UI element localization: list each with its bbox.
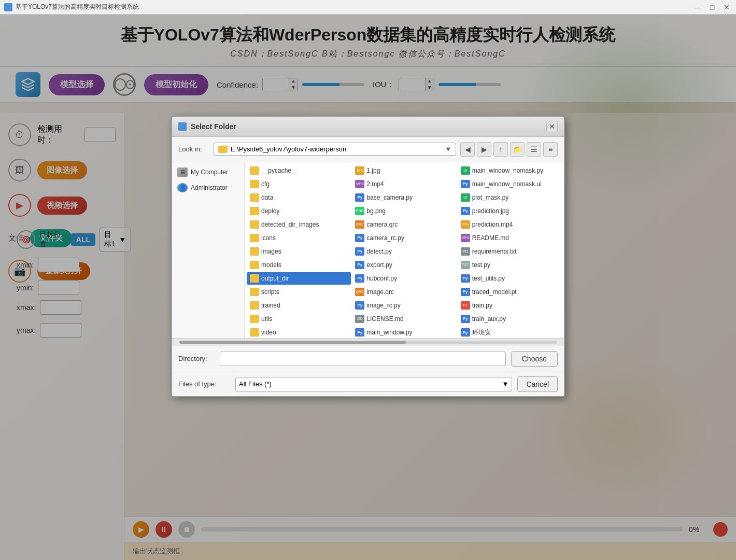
file-trainaux[interactable]: Py 环境安 [458, 326, 562, 338]
file-mainwindow-py[interactable]: Py main_window.py [352, 326, 456, 338]
jpg-1-icon: JPG [355, 166, 364, 175]
file-1jpg[interactable]: JPG 1.jpg [352, 164, 456, 177]
list-view-btn[interactable]: ☰ [527, 142, 541, 157]
folder-utils-icon [250, 315, 259, 323]
place-item-admin[interactable]: 👤 Administrator [172, 180, 244, 195]
scroll-track[interactable] [179, 341, 557, 344]
dir-input[interactable] [220, 352, 506, 366]
dialog-close-btn[interactable]: ✕ [546, 121, 558, 132]
ui-mainwindow-nomask-icon: UI [461, 193, 470, 202]
create-folder-btn[interactable]: 📁 [510, 142, 525, 157]
file-1jpg-name: 1.jpg [366, 167, 380, 174]
file-deploy[interactable]: deploy [247, 205, 351, 217]
file-mainwindow-py-name: main_window.py [366, 329, 412, 336]
file-basecamera[interactable]: Py base_camera.py [352, 191, 456, 204]
filetype-combo[interactable]: All Files (*) ▼ [235, 377, 512, 391]
file-video[interactable]: video [247, 326, 351, 338]
py-test-icon: Py [461, 274, 470, 283]
file-test-name: test_utils.py [472, 275, 505, 282]
file-detected-dir[interactable]: detected_dir_images [247, 218, 351, 231]
look-in-combo[interactable]: E:\Pyside6_yolov7\yolov7-widerperson ▼ [214, 143, 456, 156]
file-license[interactable]: MD LICENSE.md [352, 313, 456, 325]
window-close-btn[interactable]: ✕ [721, 2, 732, 12]
scroll-thumb[interactable] [179, 341, 406, 344]
file-tracedmodel[interactable]: PT train.py [458, 299, 562, 312]
maximize-btn[interactable]: □ [707, 2, 717, 12]
directory-row: Directory: Choose [172, 346, 564, 372]
qrc-camera-icon: QRC [355, 220, 364, 229]
file-data-name: data [261, 194, 273, 201]
file-plotmask[interactable]: Py prediction.jpg [458, 205, 562, 217]
folder-detected-icon [250, 220, 259, 229]
file-train[interactable]: Py train_aux.py [458, 313, 562, 325]
file-data[interactable]: data [247, 191, 351, 204]
file-cfg[interactable]: cfg [247, 178, 351, 190]
file-utils[interactable]: utils [247, 313, 351, 325]
pt-traced-icon: PT [461, 301, 470, 310]
file-predictionmp4-name: README.md [472, 234, 509, 242]
folder-deploy-icon [250, 207, 259, 215]
file-bgpng[interactable]: PNG bg.png [352, 205, 456, 217]
file-requirements-name: test.py [472, 261, 490, 269]
file-mainwindow-nomask-ui[interactable]: UI plot_mask.py [458, 191, 562, 204]
look-in-dropdown-arrow[interactable]: ▼ [445, 145, 451, 153]
file-testutils[interactable]: Py traced_model.pt [458, 286, 562, 298]
file-camerarc[interactable]: Py camera_rc.py [352, 232, 456, 244]
title-bar: 基于YOLOv7算法的高精度实时目标检测系统 — □ ✕ [0, 0, 736, 15]
png-bg-icon: PNG [355, 207, 364, 215]
file-requirements[interactable]: TXT test.py [458, 259, 562, 271]
file-icons[interactable]: icons [247, 232, 351, 244]
file-detect[interactable]: Py detect.py [352, 245, 456, 258]
file-imageqrc[interactable]: QRC image.qrc [352, 286, 456, 298]
file-export[interactable]: Py export.py [352, 259, 456, 271]
look-in-row: Look in: E:\Pyside6_yolov7\yolov7-widerp… [172, 137, 564, 162]
computer-icon: 🖥 [177, 167, 188, 177]
dialog-titlebar: Select Folder ✕ [172, 117, 564, 137]
file-output-dir[interactable]: output_dir [247, 272, 351, 285]
py-train-icon: Py [461, 315, 470, 323]
file-models[interactable]: models [247, 259, 351, 271]
py-mainwindow-nomask-icon: Py [461, 180, 470, 188]
ui-mainwindow-icon: UI [461, 166, 470, 175]
file-imagerc[interactable]: Py image_rc.py [352, 299, 456, 312]
file-icons-name: icons [261, 234, 276, 242]
jpg-prediction-icon: JPG [461, 220, 470, 229]
detail-view-btn[interactable]: ≡ [543, 142, 558, 157]
nav-forward-btn[interactable]: ▶ [477, 142, 491, 157]
file-predictionmp4[interactable]: MP4 README.md [458, 232, 562, 244]
file-trained[interactable]: trained [247, 299, 351, 312]
file-predictionjpg[interactable]: JPG prediction.mp4 [458, 218, 562, 231]
choose-btn[interactable]: Choose [511, 351, 558, 367]
place-label-admin: Administrator [191, 184, 228, 191]
file-license-name: LICENSE.md [366, 315, 403, 323]
h-scrollbar[interactable] [172, 339, 564, 346]
file-browser: 🖥 My Computer 👤 Administrator __pyc [172, 162, 564, 339]
folder-video-icon [250, 328, 259, 337]
py-mainwindow-icon: Py [355, 328, 364, 337]
file-mainwindow-ui[interactable]: UI main_window_nomask.py [458, 164, 562, 177]
nav-back-btn[interactable]: ◀ [460, 142, 475, 157]
file-images[interactable]: images [247, 245, 351, 258]
nav-up-btn[interactable]: ↑ [493, 142, 508, 157]
minimize-btn[interactable]: — [692, 2, 703, 12]
look-in-path: E:\Pyside6_yolov7\yolov7-widerperson [231, 145, 346, 153]
filetype-dropdown-arrow: ▼ [502, 380, 509, 388]
file-mainwindow-nomask-py[interactable]: Py main_window_nomask.ui [458, 178, 562, 190]
file-hubconf[interactable]: Py hubconf.py [352, 272, 456, 285]
file-hubconf-name: hubconf.py [366, 275, 397, 282]
file-mainwindow-nomask-py-name: main_window_nomask.ui [472, 180, 542, 188]
file-test[interactable]: Py test_utils.py [458, 272, 562, 285]
file-cameraqrc[interactable]: QRC camera.qrc [352, 218, 456, 231]
folder-cfg-icon [250, 180, 259, 188]
file-readme[interactable]: MD requirements.txt [458, 245, 562, 258]
file-pycache[interactable]: __pycache__ [247, 164, 351, 177]
file-mainwindow-nomask-ui-name: plot_mask.py [472, 194, 509, 201]
cancel-btn[interactable]: Cancel [517, 376, 558, 392]
files-pane[interactable]: __pycache__ JPG 1.jpg UI main_window_nom… [245, 162, 564, 338]
file-scripts[interactable]: scripts [247, 286, 351, 298]
file-2mp4[interactable]: MP4 2.mp4 [352, 178, 456, 190]
folder-scripts-icon [250, 288, 259, 296]
place-item-computer[interactable]: 🖥 My Computer [172, 164, 244, 180]
folder-data-icon [250, 193, 259, 202]
folder-images-icon [250, 247, 259, 256]
